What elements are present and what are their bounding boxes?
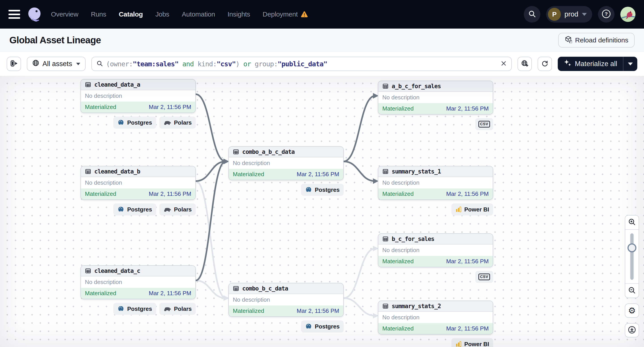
asset-card[interactable]: b_c_for_salesNo descriptionMaterializedM…	[378, 233, 493, 267]
asset-node-a_b_c_for_sales[interactable]: a_b_c_for_salesNo descriptionMaterialize…	[378, 81, 493, 130]
nav-item-insights[interactable]: Insights	[228, 10, 250, 18]
kind-badge-postgres: Postgres	[301, 321, 344, 333]
lineage-canvas[interactable]: cleaned_data_aNo descriptionMaterialized…	[0, 76, 644, 347]
clear-search-button[interactable]	[500, 60, 507, 67]
kind-badge-powerbi: Power BI	[452, 338, 493, 347]
kind-badge-row: csv	[378, 118, 493, 130]
materialize-all-button[interactable]: Materialize all	[558, 57, 623, 71]
kind-badge-label: Polars	[174, 306, 192, 312]
materialization-timestamp: Mar 2, 11:56 PM	[446, 190, 489, 197]
asset-node-combo_b_c_data[interactable]: combo_b_c_dataNo descriptionMaterialized…	[228, 283, 344, 333]
edge-cleaned_data_a-to-combo_a_b_c_data	[196, 94, 226, 161]
materialization-bar: MaterializedMar 2, 11:56 PM	[81, 188, 195, 199]
materialization-bar: MaterializedMar 2, 11:56 PM	[81, 288, 195, 299]
table-icon	[233, 149, 239, 155]
asset-search-input[interactable]: (owner:"team:sales" and kind:"csv") or g…	[92, 57, 512, 71]
zoom-in-button[interactable]	[625, 216, 639, 229]
kind-badge-label: Power BI	[464, 206, 489, 213]
zoom-slider-thumb[interactable]	[628, 243, 636, 252]
table-icon	[85, 268, 91, 274]
help-icon: ?	[602, 9, 611, 19]
user-avatar[interactable]	[620, 7, 636, 22]
edge-combo_a_b_c_data-to-a_b_c_for_sales	[344, 96, 375, 161]
refresh-button[interactable]	[538, 57, 552, 71]
help-button[interactable]: ?	[598, 6, 614, 22]
query-segment: group:	[251, 60, 278, 68]
kind-badge-row: Postgres	[228, 321, 344, 333]
asset-name: cleaned_data_a	[94, 81, 140, 88]
asset-node-b_c_for_sales[interactable]: b_c_for_salesNo descriptionMaterializedM…	[378, 233, 493, 283]
materialization-status: Materialized	[85, 290, 116, 297]
kind-badge-label: Postgres	[315, 186, 340, 193]
asset-node-cleaned_data_c[interactable]: cleaned_data_cNo descriptionMaterialized…	[80, 265, 196, 315]
materialize-options-button[interactable]	[624, 57, 637, 71]
zoom-slider-track[interactable]	[630, 233, 634, 280]
search-button[interactable]	[524, 6, 540, 22]
menu-icon[interactable]	[8, 10, 20, 19]
kind-badge-csv: csv	[475, 118, 493, 130]
chevron-down-icon	[582, 13, 587, 16]
kind-badge-row: Power BI	[378, 203, 493, 216]
asset-description: No description	[378, 177, 493, 188]
zoom-out-button[interactable]	[625, 284, 639, 298]
asset-node-cleaned_data_a[interactable]: cleaned_data_aNo descriptionMaterialized…	[80, 79, 196, 129]
powerbi-icon	[456, 341, 462, 347]
nav-item-jobs[interactable]: Jobs	[155, 10, 169, 18]
nav-item-label: Automation	[182, 10, 215, 18]
asset-name: summary_stats_1	[392, 168, 441, 175]
dagster-logo[interactable]	[26, 6, 43, 23]
kind-badge-label: Postgres	[315, 323, 340, 330]
kind-badge-polars: Polars	[159, 203, 196, 216]
nav-item-catalog[interactable]: Catalog	[119, 10, 143, 18]
asset-scope-dropdown[interactable]: All assets	[27, 57, 86, 71]
asset-node-summary_stats_2[interactable]: summary_stats_2No descriptionMaterialize…	[378, 301, 493, 347]
group-by-location-button[interactable]	[518, 57, 532, 71]
reload-cube-icon	[564, 35, 572, 45]
materialization-status: Materialized	[233, 308, 264, 315]
deployment-warning-icon	[301, 11, 308, 18]
materialization-timestamp: Mar 2, 11:56 PM	[446, 105, 489, 112]
asset-description: No description	[378, 245, 493, 256]
materialization-timestamp: Mar 2, 11:56 PM	[149, 104, 191, 110]
kind-badge-polars: Polars	[159, 117, 196, 129]
nav-item-overview[interactable]: Overview	[51, 10, 78, 18]
deployment-switcher[interactable]: P prod	[546, 6, 592, 22]
materialization-status: Materialized	[233, 171, 264, 178]
nav-item-runs[interactable]: Runs	[91, 10, 106, 18]
asset-name: cleaned_data_c	[94, 268, 140, 274]
lineage-toolbar: All assets (owner:"team:sales" and kind:…	[0, 52, 644, 76]
svg-text:?: ?	[605, 11, 608, 17]
materialization-bar: MaterializedMar 2, 11:56 PM	[378, 103, 493, 114]
asset-card[interactable]: combo_a_b_c_dataNo descriptionMaterializ…	[228, 146, 344, 180]
csv-icon: csv	[478, 274, 490, 280]
asset-node-combo_a_b_c_data[interactable]: combo_a_b_c_dataNo descriptionMaterializ…	[228, 146, 344, 196]
nav-item-deployment[interactable]: Deployment	[262, 10, 308, 18]
asset-node-summary_stats_1[interactable]: summary_stats_1No descriptionMaterialize…	[378, 166, 493, 216]
kind-badge-row: PostgresPolars	[80, 303, 196, 315]
materialization-status: Materialized	[382, 190, 414, 197]
toggle-sidebar-button[interactable]	[7, 57, 21, 71]
asset-node-cleaned_data_b[interactable]: cleaned_data_bNo descriptionMaterialized…	[80, 166, 196, 216]
search-icon	[528, 10, 536, 19]
reload-definitions-button[interactable]: Reload definitions	[558, 33, 635, 47]
materialization-bar: MaterializedMar 2, 11:56 PM	[229, 169, 343, 180]
asset-card[interactable]: cleaned_data_bNo descriptionMaterialized…	[80, 166, 196, 200]
graph-settings-button[interactable]: ⚙	[625, 304, 639, 318]
asset-card[interactable]: cleaned_data_cNo descriptionMaterialized…	[80, 265, 196, 299]
materialization-status: Materialized	[85, 104, 116, 110]
asset-card[interactable]: cleaned_data_aNo descriptionMaterialized…	[80, 79, 196, 113]
nav-item-automation[interactable]: Automation	[182, 10, 215, 18]
materialization-timestamp: Mar 2, 11:56 PM	[446, 258, 489, 265]
zoom-slider[interactable]	[625, 230, 639, 283]
polars-icon	[163, 306, 172, 312]
asset-card[interactable]: combo_b_c_dataNo descriptionMaterialized…	[228, 283, 344, 317]
download-image-button[interactable]	[625, 323, 639, 338]
expand-sidebar-icon	[10, 59, 18, 68]
asset-card[interactable]: a_b_c_for_salesNo descriptionMaterialize…	[378, 81, 493, 115]
asset-description: No description	[229, 294, 343, 306]
search-query[interactable]: (owner:"team:sales" and kind:"csv") or g…	[106, 60, 498, 68]
nav-item-label: Insights	[228, 10, 250, 18]
close-icon	[500, 60, 507, 67]
asset-card[interactable]: summary_stats_1No descriptionMaterialize…	[378, 166, 493, 200]
asset-card[interactable]: summary_stats_2No descriptionMaterialize…	[378, 301, 493, 335]
